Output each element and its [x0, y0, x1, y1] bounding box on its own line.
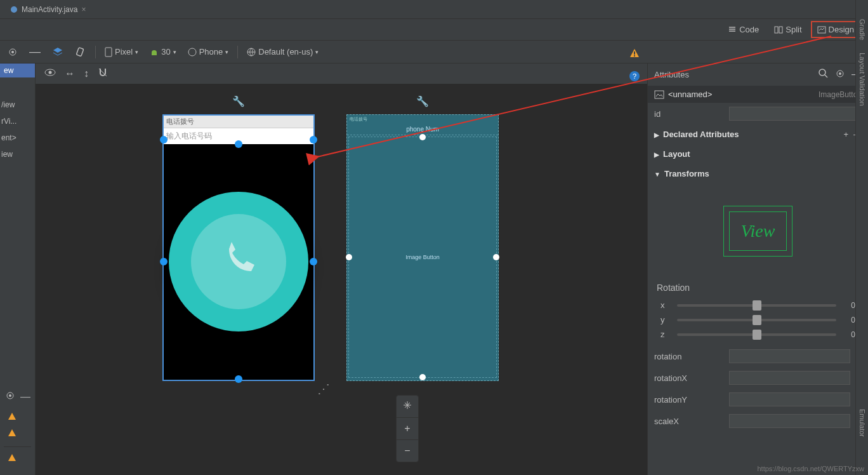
tree-header: ew — [0, 64, 35, 77]
svg-point-11 — [9, 394, 11, 397]
split-view-button[interactable]: Split — [768, 21, 808, 38]
palette-settings-icon[interactable] — [5, 46, 20, 58]
collapse-icon[interactable]: — — [20, 391, 30, 403]
zoom-out-button[interactable]: − — [397, 440, 418, 462]
design-preview[interactable]: 电话拨号 输入电话号码 — [162, 114, 315, 381]
selection-handle[interactable] — [346, 254, 352, 260]
design-icon — [817, 25, 826, 34]
globe-icon — [247, 48, 256, 57]
code-icon — [728, 25, 737, 34]
warning-icon[interactable] — [4, 426, 31, 443]
zoom-in-button[interactable]: + — [397, 418, 418, 440]
close-tab-icon[interactable]: × — [81, 5, 86, 14]
svg-point-16 — [839, 72, 841, 75]
minus-button[interactable]: — — [27, 44, 43, 60]
warning-icon[interactable] — [629, 48, 640, 61]
wrench-icon[interactable]: 🔧 — [416, 95, 429, 107]
transform-preview: View — [711, 196, 806, 266]
phone-rotate-icon — [188, 48, 197, 57]
code-view-button[interactable]: Code — [721, 21, 765, 38]
device-icon — [105, 47, 112, 57]
rotationx-input[interactable] — [729, 371, 850, 385]
selection-handle[interactable] — [493, 254, 499, 260]
watermark: https://blog.csdn.net/QWERTYzxw — [757, 465, 864, 472]
selection-handle[interactable] — [419, 374, 426, 380]
selection-handle[interactable] — [310, 136, 317, 144]
wrench-icon[interactable]: 🔧 — [232, 95, 245, 107]
blueprint-imagebutton[interactable]: Image Button — [348, 137, 497, 378]
svg-rect-18 — [634, 51, 635, 55]
gear-icon[interactable] — [835, 69, 845, 81]
device-selector[interactable]: Pixel▾ — [102, 46, 141, 58]
component-tree-panel: ew /iew rVi... ent> iew — — [0, 64, 36, 475]
attributes-panel: Attributes — <unnamed> ImageButton id ▶D… — [647, 64, 868, 475]
image-icon — [654, 90, 664, 99]
pan-button[interactable] — [397, 396, 418, 418]
gear-icon[interactable] — [5, 391, 15, 403]
selection-handle[interactable] — [160, 136, 168, 144]
phone-icon — [216, 239, 261, 284]
help-icon[interactable]: ? — [629, 71, 640, 81]
file-tab[interactable]: MainActivity.java × — [5, 3, 91, 17]
scalex-input[interactable] — [729, 414, 850, 428]
design-canvas[interactable]: ↔ ↕ 🔧 电话拨号 输入电话号码 — [36, 64, 647, 475]
selection-handle[interactable] — [310, 258, 317, 265]
eye-icon[interactable] — [44, 68, 56, 79]
warning-icon[interactable] — [4, 410, 31, 426]
id-label: id — [654, 109, 724, 119]
preview-titlebar: 电话拨号 — [164, 116, 313, 128]
gradle-tab[interactable]: Gradle — [858, 19, 866, 40]
svg-rect-2 — [779, 27, 782, 33]
preview-imagebutton[interactable] — [164, 144, 313, 379]
svg-point-8 — [188, 48, 196, 56]
svg-rect-19 — [634, 55, 635, 57]
rotation-z-slider[interactable] — [677, 333, 836, 336]
pan-horizontal-icon[interactable]: ↔ — [65, 68, 75, 79]
selection-handle[interactable] — [235, 375, 242, 383]
orientation-selector[interactable]: Phone▾ — [185, 46, 232, 58]
design-toolbar: — Pixel▾ 30▾ Phone▾ Default (en-us)▾ — [0, 41, 868, 64]
android-icon — [150, 48, 159, 57]
layout-section[interactable]: ▶Layout — [648, 144, 868, 164]
tree-item[interactable]: ent> — [0, 130, 35, 146]
blueprint-preview[interactable]: 电话拨号 phone Num Image Button — [346, 114, 499, 381]
transforms-section[interactable]: ▼Transforms — [648, 164, 868, 184]
layout-validation-tab[interactable]: Layout Validation — [858, 53, 866, 106]
svg-rect-1 — [775, 27, 778, 33]
right-tool-rail: Gradle Layout Validation Emulator — [855, 0, 868, 475]
emulator-tab[interactable]: Emulator — [858, 409, 866, 437]
selection-handle[interactable] — [235, 140, 242, 148]
svg-point-14 — [819, 69, 825, 76]
locale-selector[interactable]: Default (en-us)▾ — [244, 46, 321, 58]
id-input[interactable] — [729, 107, 862, 121]
tree-item[interactable]: rVi... — [0, 113, 35, 130]
java-file-icon — [10, 6, 18, 13]
tree-item[interactable]: /iew — [0, 97, 35, 113]
tree-list: /iew rVi... ent> iew — [0, 77, 35, 384]
rotation-y-slider[interactable] — [677, 319, 836, 321]
blueprint-titlebar: 电话拨号 — [347, 115, 498, 124]
zoom-controls: + − — [396, 395, 419, 462]
tree-item[interactable]: iew — [0, 146, 35, 163]
editor-tabs: MainActivity.java × — [0, 0, 868, 19]
design-view-button[interactable]: Design — [811, 21, 860, 38]
pan-vertical-icon[interactable]: ↕ — [84, 68, 89, 79]
magnet-icon[interactable] — [98, 67, 108, 80]
rotation-x-slider[interactable] — [677, 304, 836, 307]
layers-icon[interactable] — [49, 45, 66, 59]
svg-point-0 — [11, 6, 17, 13]
search-icon[interactable] — [819, 69, 829, 81]
api-selector[interactable]: 30▾ — [147, 46, 178, 58]
svg-point-5 — [11, 51, 14, 53]
rotation-input[interactable] — [729, 349, 850, 363]
declared-attributes-section[interactable]: ▶Declared Attributes +— — [648, 124, 868, 144]
svg-rect-17 — [655, 91, 664, 98]
selection-handle[interactable] — [160, 258, 168, 265]
selection-handle[interactable] — [419, 134, 426, 140]
add-attr-icon[interactable]: + — [843, 130, 848, 139]
orientation-icon[interactable] — [72, 45, 89, 59]
rotationy-input[interactable] — [729, 392, 850, 406]
warning-icon[interactable] — [4, 451, 31, 467]
view-mode-bar: Code Split Design — [0, 19, 868, 41]
resize-handle-icon[interactable]: ⋰ — [317, 381, 330, 396]
